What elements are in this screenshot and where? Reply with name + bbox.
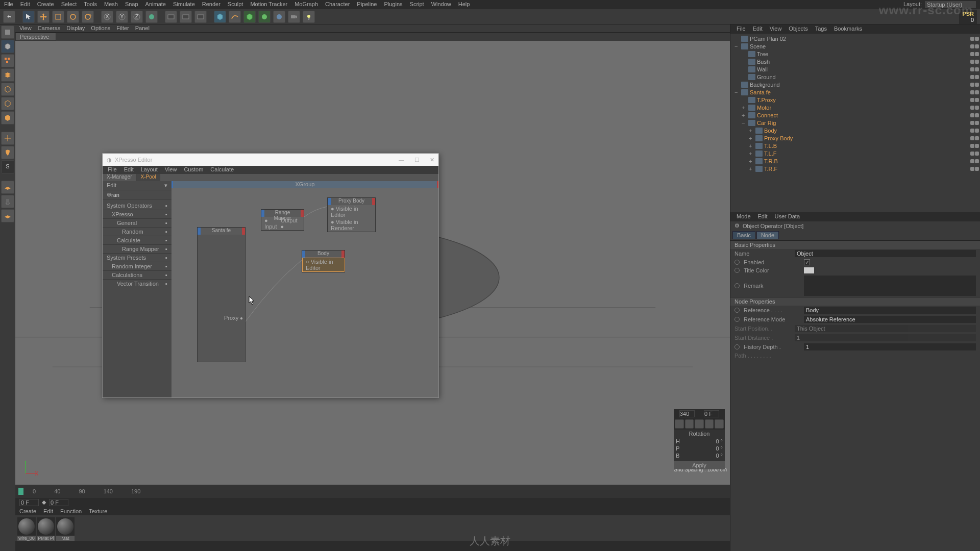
vis-dot[interactable]: [975, 136, 979, 140]
vis-dot[interactable]: [975, 83, 979, 87]
tree-row[interactable]: −Scene: [731, 42, 979, 50]
tree-row[interactable]: −Santa fe: [731, 88, 979, 96]
vis-dot[interactable]: [975, 167, 979, 171]
xgroup-header[interactable]: XGroup: [172, 181, 438, 188]
mat-edit[interactable]: Edit: [43, 508, 53, 514]
object-name[interactable]: T.R.B: [764, 158, 969, 164]
vis-dot[interactable]: [975, 106, 979, 110]
menu-render[interactable]: Render: [202, 1, 220, 8]
coord-btn[interactable]: [705, 419, 714, 429]
remark-field[interactable]: [804, 276, 976, 296]
object-name[interactable]: PCam Plan 02: [750, 36, 969, 42]
coord-btn[interactable]: [715, 419, 724, 429]
menu-file[interactable]: File: [4, 1, 13, 8]
z-axis-lock[interactable]: Z: [131, 11, 143, 23]
xpresso-dialog[interactable]: ◑ XPresso Editor — ☐ ✕ File Edit Layout …: [102, 153, 439, 398]
xpool-item[interactable]: System Operators▪: [103, 202, 172, 210]
port-proxy[interactable]: Proxy ●: [224, 315, 243, 321]
menu-mesh[interactable]: Mesh: [104, 1, 118, 8]
coord-btn[interactable]: [695, 419, 704, 429]
menu-mograph[interactable]: MoGraph: [295, 1, 318, 8]
tree-row[interactable]: +Connect: [731, 111, 979, 119]
object-name[interactable]: Scene: [750, 43, 969, 49]
object-name[interactable]: Proxy Body: [764, 135, 969, 141]
object-name[interactable]: Santa fe: [750, 89, 969, 95]
object-name[interactable]: T.L.B: [764, 143, 969, 149]
prop-radio[interactable]: [734, 268, 740, 273]
locked-workplane[interactable]: [1, 181, 14, 194]
snap-toggle[interactable]: S: [1, 160, 14, 173]
tab-node[interactable]: Node: [756, 231, 779, 239]
select-tool[interactable]: [22, 11, 35, 23]
texture-mode[interactable]: [1, 54, 14, 67]
vp-panel[interactable]: Panel: [135, 25, 150, 32]
menu-motiontracker[interactable]: Motion Tracker: [250, 1, 287, 8]
vis-dot[interactable]: [975, 60, 979, 64]
tree-row[interactable]: Background: [731, 81, 979, 88]
name-field[interactable]: [795, 250, 976, 257]
expand-icon[interactable]: +: [749, 158, 754, 164]
model-mode[interactable]: [1, 40, 14, 53]
xpool-item[interactable]: XPresso▪: [103, 210, 172, 219]
vis-dot[interactable]: [975, 159, 979, 163]
apply-button[interactable]: Apply: [674, 461, 725, 469]
polygon-mode[interactable]: [1, 111, 14, 124]
frame-current[interactable]: [19, 499, 39, 506]
vis-dot[interactable]: [970, 44, 974, 48]
mat-function[interactable]: Function: [60, 508, 82, 514]
expand-icon[interactable]: +: [749, 151, 754, 157]
tree-row[interactable]: +Motor: [731, 104, 979, 111]
material-slot[interactable]: wire_00: [17, 517, 36, 539]
menu-tools[interactable]: Tools: [84, 1, 97, 8]
expand-icon[interactable]: +: [742, 105, 747, 111]
clear-icon[interactable]: ⊗: [107, 191, 111, 198]
expand-icon[interactable]: +: [749, 135, 754, 141]
x-axis-lock[interactable]: X: [101, 11, 113, 23]
attr-edit[interactable]: Edit: [758, 213, 768, 220]
object-name[interactable]: T.Proxy: [757, 97, 969, 103]
xpool-item[interactable]: Calculations▪: [103, 271, 172, 280]
planar-workplane[interactable]: [1, 195, 14, 208]
om-edit[interactable]: Edit: [753, 26, 763, 33]
coord-btn[interactable]: [685, 419, 694, 429]
object-name[interactable]: Tree: [757, 51, 969, 57]
render-region[interactable]: [180, 11, 192, 23]
tab-basic[interactable]: Basic: [732, 231, 755, 239]
vis-dot[interactable]: [975, 98, 979, 102]
vis-dot[interactable]: [970, 136, 974, 140]
cube-primitive[interactable]: [214, 11, 226, 23]
mat-texture[interactable]: Texture: [89, 508, 107, 514]
xpool-item[interactable]: System Presets▪: [103, 254, 172, 262]
om-file[interactable]: File: [737, 26, 746, 33]
object-name[interactable]: Body: [764, 128, 969, 134]
generator[interactable]: [243, 11, 256, 23]
material-slot[interactable]: Mat: [56, 517, 75, 539]
vis-dot[interactable]: [975, 75, 979, 79]
object-name[interactable]: Ground: [757, 74, 969, 80]
menu-create[interactable]: Create: [37, 1, 54, 8]
expand-icon[interactable]: +: [742, 112, 747, 118]
xpool-item[interactable]: General▪: [103, 219, 172, 228]
menu-sculpt[interactable]: Sculpt: [228, 1, 243, 8]
menu-character[interactable]: Character: [325, 1, 350, 8]
workplane-mode[interactable]: [1, 68, 14, 82]
om-bookmarks[interactable]: Bookmarks: [834, 26, 862, 33]
node-rangemapper[interactable]: Range Mapper ● InputOutput ●: [261, 209, 304, 231]
deformer[interactable]: [258, 11, 271, 23]
menu-snap[interactable]: Snap: [125, 1, 138, 8]
menu-simulate[interactable]: Simulate: [173, 1, 195, 8]
vis-dot[interactable]: [975, 37, 979, 41]
maximize-icon[interactable]: ☐: [414, 157, 420, 163]
make-editable[interactable]: [1, 26, 14, 39]
xp-calculate[interactable]: Calculate: [210, 166, 234, 173]
tree-row[interactable]: +Proxy Body: [731, 134, 979, 142]
viewport-solo[interactable]: [1, 146, 14, 159]
prop-radio[interactable]: [734, 317, 740, 322]
vis-dot[interactable]: [970, 167, 974, 171]
menu-window[interactable]: Window: [431, 1, 451, 8]
playhead-icon[interactable]: [18, 488, 23, 495]
vp-filter[interactable]: Filter: [116, 25, 129, 32]
axis-toggle[interactable]: [1, 132, 14, 145]
vis-dot[interactable]: [970, 90, 974, 94]
xp-edit[interactable]: Edit: [124, 166, 134, 173]
